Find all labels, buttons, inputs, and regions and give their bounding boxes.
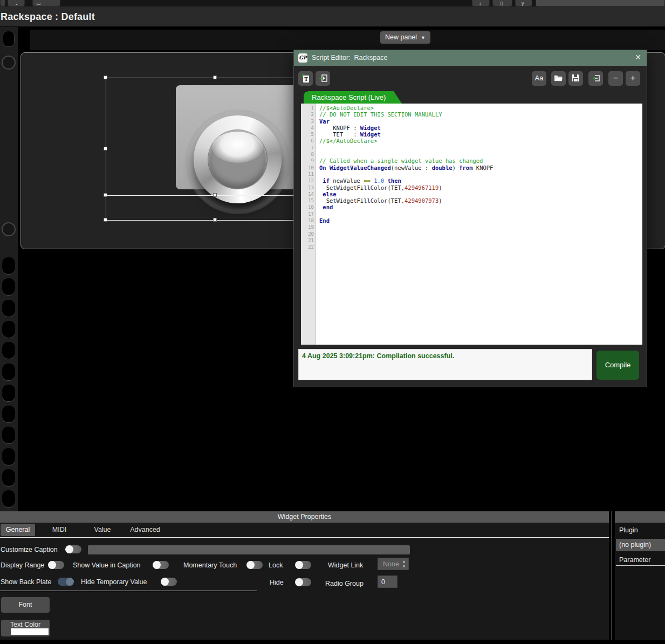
bottom-strip: [0, 640, 665, 644]
code-gutter: 12345678910111213141516171819202122: [301, 105, 316, 345]
compile-button[interactable]: Compile: [597, 351, 639, 380]
tuning-fork-icon: y: [522, 1, 524, 6]
rack-rail-hole: [2, 342, 15, 359]
import-arrow-icon: [592, 74, 600, 83]
rack-rail-hole: [2, 321, 15, 338]
show-value-in-caption-toggle[interactable]: [153, 561, 169, 569]
tab-general[interactable]: General: [1, 524, 35, 536]
save-script-button[interactable]: [568, 71, 583, 86]
knob-cap: [208, 130, 267, 189]
display-range-toggle[interactable]: [49, 561, 64, 569]
widget-link-value: None: [383, 560, 399, 568]
text-color-swatch: [11, 628, 49, 635]
caption-input[interactable]: [88, 545, 410, 554]
tab-value[interactable]: Value: [89, 524, 116, 536]
rack-rail-hole: [2, 364, 15, 380]
save-floppy-icon: [572, 74, 580, 82]
widget-link-label: Widget Link: [328, 561, 363, 569]
panel-divider-line: [612, 511, 612, 644]
show-back-plate-label: Show Back Plate: [1, 578, 52, 586]
new-panel-label: New panel: [385, 33, 417, 41]
arrow-down-icon: ↓: [479, 1, 482, 6]
plugin-panel: Plugin (no plugin) Parameter: [615, 511, 665, 644]
selection-handle[interactable]: [104, 147, 107, 150]
hide-temporary-value-label: Hide Temporary Value: [81, 578, 147, 586]
zoom-out-button[interactable]: −: [608, 71, 623, 86]
selection-handle[interactable]: [213, 193, 217, 197]
top-mini-toolbar: ⌄ ▭ ↓ ▯ y: [0, 0, 665, 6]
tab-midi[interactable]: MIDI: [46, 524, 73, 536]
radio-group-label: Radio Group: [325, 580, 364, 587]
properties-main: Widget Properties General MIDI Value Adv…: [0, 511, 609, 640]
widget-link-dropdown[interactable]: None ▲▼: [378, 558, 409, 570]
insert-template-button[interactable]: T: [298, 71, 313, 86]
selection-handle[interactable]: [213, 76, 217, 79]
popout-arrow-icon: [319, 74, 327, 83]
code-lines[interactable]: //$<AutoDeclare>// DO NOT EDIT THIS SECT…: [319, 105, 642, 251]
display-range-label: Display Range: [1, 561, 44, 569]
text-color-button[interactable]: Text Color: [1, 620, 50, 636]
widget-properties-panel: Widget Properties General MIDI Value Adv…: [0, 511, 665, 644]
mini-display-field[interactable]: [536, 0, 665, 6]
mini-button-2[interactable]: ⌄: [8, 0, 25, 6]
hide-temporary-value-toggle[interactable]: [161, 578, 177, 586]
selection-handle[interactable]: [104, 193, 107, 197]
properties-divider: [0, 591, 257, 591]
mini-button-6[interactable]: y: [515, 0, 532, 6]
script-editor-window: GP Script Editor: Rackspace ✕ T Aa: [293, 50, 647, 387]
show-value-in-caption-label: Show Value in Caption: [73, 561, 141, 569]
script-editor-titlebar[interactable]: GP Script Editor: Rackspace ✕: [294, 50, 647, 66]
font-button[interactable]: Font: [1, 597, 50, 613]
rack-rail-hole: [2, 469, 15, 486]
customize-caption-toggle[interactable]: [66, 545, 81, 553]
rack-rail-hole: [2, 257, 15, 274]
open-script-button[interactable]: [551, 71, 566, 86]
chevron-down-icon: ⌄: [15, 1, 19, 6]
knob-highlight: [212, 132, 263, 163]
text-color-label: Text Color: [10, 621, 40, 628]
open-external-editor-button[interactable]: [316, 71, 330, 86]
tab-rackspace-script[interactable]: Rackspace Script (Live): [304, 91, 402, 104]
rack-rail-hole: [2, 385, 15, 401]
knob-widget[interactable]: [194, 115, 282, 203]
panel-dock-strip: [30, 30, 665, 50]
properties-header: Widget Properties: [0, 511, 609, 523]
rack-rail-hole: [2, 406, 15, 422]
parameter-label: Parameter: [619, 556, 650, 564]
svg-text:T: T: [304, 77, 308, 82]
chevron-down-icon: ▼: [421, 35, 426, 40]
folder-open-icon: [554, 74, 563, 82]
selection-handle[interactable]: [104, 76, 107, 79]
selection-handle[interactable]: [104, 218, 107, 222]
hide-label: Hide: [270, 579, 284, 586]
list-icon: ▭: [36, 1, 41, 6]
tab-advanced[interactable]: Advanced: [128, 524, 162, 536]
compiler-output-box: 4 Aug 2025 3:09:21pm: Compilation succes…: [298, 349, 592, 380]
document-t-icon: T: [301, 74, 310, 83]
selection-handle[interactable]: [213, 218, 217, 222]
lock-toggle[interactable]: [296, 561, 311, 569]
customize-caption-label: Customize Caption: [1, 546, 58, 553]
mini-button-3[interactable]: ▭: [32, 0, 60, 6]
radio-group-input[interactable]: [378, 576, 397, 588]
mini-button-1[interactable]: [0, 0, 5, 6]
script-editor-title: Script Editor: Rackspace: [312, 54, 387, 61]
font-size-button[interactable]: Aa: [532, 71, 546, 86]
import-export-button[interactable]: [588, 71, 603, 86]
close-icon[interactable]: ✕: [635, 53, 641, 61]
mini-button-5[interactable]: ▯: [492, 0, 512, 6]
updown-arrows-icon: ▲▼: [402, 559, 406, 569]
gig-performer-icon: GP: [298, 53, 307, 63]
zoom-in-button[interactable]: +: [626, 71, 640, 86]
rack-rail-hole: [2, 448, 15, 465]
monitor-icon: ▯: [500, 1, 503, 6]
show-back-plate-toggle[interactable]: [58, 578, 73, 586]
new-panel-button[interactable]: New panel▼: [380, 31, 430, 44]
momentary-touch-toggle[interactable]: [247, 561, 263, 569]
code-editor[interactable]: 12345678910111213141516171819202122 //$<…: [301, 104, 642, 345]
mini-button-4[interactable]: ↓: [472, 0, 490, 6]
selected-plugin-row[interactable]: (no plugin): [616, 539, 665, 551]
parameter-underline: [616, 565, 665, 566]
hide-toggle[interactable]: [296, 578, 311, 586]
rack-rail-hole: [2, 300, 15, 317]
